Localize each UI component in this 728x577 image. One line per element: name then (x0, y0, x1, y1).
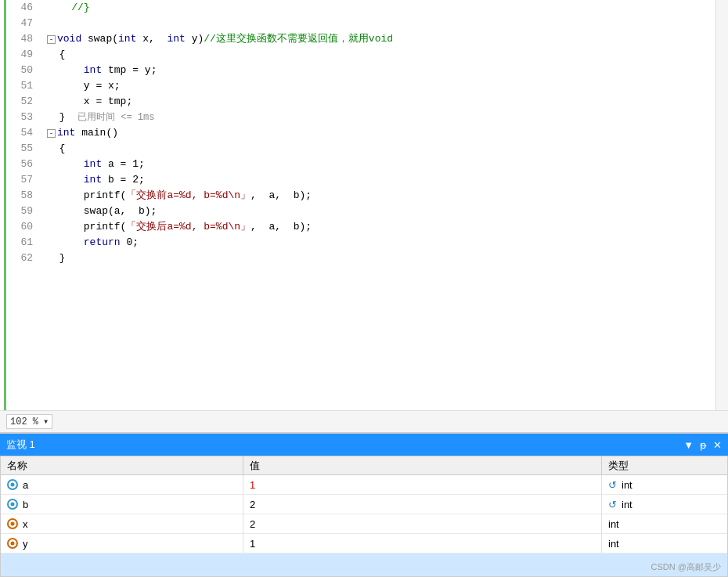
line-num-50: 50 (6, 63, 33, 78)
line-num-52: 52 (6, 94, 33, 110)
watch-cell-value-y: 1 (243, 534, 602, 553)
code-line-47 (47, 16, 715, 31)
var-icon-b (7, 499, 18, 510)
code-line-53: ➤ } 已用时间 <= 1ms (47, 110, 715, 125)
code-line-57: int b = 2; (47, 172, 715, 188)
line-num-54: 54 (6, 125, 33, 141)
status-bar: 102 % ▾ (0, 410, 728, 432)
var-type-y: int (608, 538, 619, 550)
line-num-53: 53 (6, 110, 33, 125)
line-num-47: 47 (6, 16, 33, 31)
code-line-49: { (47, 47, 715, 63)
var-type-x: int (608, 518, 619, 530)
var-value-a: 1 (250, 479, 255, 491)
col-header-name: 名称 (1, 456, 243, 474)
zoom-value: 102 % (10, 417, 38, 427)
time-hint: 已用时间 <= 1ms (77, 110, 154, 125)
code-container: 46 47 48 49 50 51 52 53 54 55 56 57 58 5… (0, 0, 728, 410)
refresh-icon-b[interactable]: ↺ (608, 499, 617, 510)
zoom-dropdown-arrow[interactable]: ▾ (43, 416, 49, 427)
watch-header-controls: ▼ ᵽ ✕ (683, 439, 722, 451)
watch-title: 监视 1 (6, 438, 683, 452)
watch-float-button[interactable]: ᵽ (700, 439, 707, 451)
var-name-x: x (23, 518, 28, 530)
watch-row-x[interactable]: x 2 int (1, 514, 727, 534)
code-line-61: return 0; (47, 235, 715, 251)
code-line-62: } (47, 251, 715, 266)
code-line-58: printf(「交换前a=%d, b=%d\n」, a, b); (47, 188, 715, 204)
type-cell-a: ↺ int (608, 479, 632, 491)
code-line-50: int tmp = y; (47, 63, 715, 78)
var-icon-x (7, 518, 18, 529)
left-gutter (0, 0, 6, 410)
code-line-56: int a = 1; (47, 157, 715, 172)
code-line-55: { (47, 141, 715, 157)
watch-cell-name-x: x (1, 514, 243, 533)
fold-54[interactable]: - (47, 129, 56, 138)
line-num-51: 51 (6, 78, 33, 94)
watch-table: 名称 值 类型 a 1 ↺ int (0, 456, 728, 577)
var-name-y: y (23, 538, 28, 550)
fold-48[interactable]: - (47, 35, 56, 44)
line-num-59: 59 (6, 204, 33, 219)
line-num-60: 60 (6, 219, 33, 235)
watch-col-headers: 名称 值 类型 (1, 456, 727, 475)
zoom-control[interactable]: 102 % ▾ (6, 414, 52, 429)
var-type-a: int (622, 479, 632, 491)
var-value-b: 2 (250, 499, 255, 510)
watch-cell-type-a: ↺ int (602, 475, 727, 494)
watch-cell-name-y: y (1, 534, 243, 553)
col-header-type: 类型 (602, 456, 727, 474)
line-numbers: 46 47 48 49 50 51 52 53 54 55 56 57 58 5… (6, 0, 39, 410)
line-num-46: 46 (6, 0, 33, 16)
watch-cell-name-a: a (1, 475, 243, 494)
var-value-y: 1 (250, 538, 255, 550)
line-num-61: 61 (6, 235, 33, 251)
watermark: CSDN @高邮吴少 (651, 561, 721, 573)
type-cell-x: int (608, 518, 619, 530)
var-name-a: a (23, 479, 28, 491)
type-cell-b: ↺ int (608, 499, 632, 510)
var-name-b: b (23, 499, 28, 510)
type-cell-y: int (608, 538, 619, 550)
code-line-52: x = tmp; (47, 94, 715, 110)
line-num-62: 62 (6, 251, 33, 266)
code-line-54: -int main() (47, 125, 715, 141)
watch-cell-name-b: b (1, 495, 243, 514)
watch-row-a[interactable]: a 1 ↺ int (1, 475, 727, 495)
line-num-57: 57 (6, 172, 33, 188)
col-header-value: 值 (243, 456, 602, 474)
code-line-51: y = x; (47, 78, 715, 94)
var-value-x: 2 (250, 518, 255, 530)
watch-close-button[interactable]: ✕ (713, 439, 722, 451)
watch-pin-button[interactable]: ▼ (683, 439, 694, 451)
zoom-dropdown[interactable]: 102 % ▾ (6, 414, 52, 429)
line-num-56: 56 (6, 157, 33, 172)
line-num-55: 55 (6, 141, 33, 157)
code-line-46: //} (47, 0, 715, 16)
line-num-58: 58 (6, 188, 33, 204)
var-icon-y (7, 538, 18, 549)
var-icon-a (7, 479, 18, 490)
code-line-59: swap(a, b); (47, 204, 715, 219)
line-num-49: 49 (6, 47, 33, 63)
code-line-60: printf(「交换后a=%d, b=%d\n」, a, b); (47, 219, 715, 235)
watch-cell-value-a: 1 (243, 475, 602, 494)
watch-header: 监视 1 ▼ ᵽ ✕ (0, 434, 728, 456)
watch-row-b[interactable]: b 2 ↺ int (1, 495, 727, 514)
watch-panel: 监视 1 ▼ ᵽ ✕ 名称 值 类型 a 1 (0, 432, 728, 577)
code-content: //} -void swap(int x, int y)//这里交换函数不需要返… (39, 0, 715, 410)
var-type-b: int (622, 499, 632, 510)
line-num-48: 48 (6, 31, 33, 47)
watch-cell-type-x: int (602, 514, 727, 533)
scroll-bar-right[interactable] (715, 0, 728, 410)
watch-cell-type-y: int (602, 534, 727, 553)
watch-cell-value-b: 2 (243, 495, 602, 514)
editor-area: 46 47 48 49 50 51 52 53 54 55 56 57 58 5… (0, 0, 728, 410)
code-line-48: -void swap(int x, int y)//这里交换函数不需要返回值，就… (47, 31, 715, 47)
watch-cell-type-b: ↺ int (602, 495, 727, 514)
watch-empty-row: CSDN @高邮吴少 (1, 554, 727, 576)
refresh-icon-a[interactable]: ↺ (608, 479, 617, 491)
watch-cell-value-x: 2 (243, 514, 602, 533)
watch-row-y[interactable]: y 1 int (1, 534, 727, 554)
